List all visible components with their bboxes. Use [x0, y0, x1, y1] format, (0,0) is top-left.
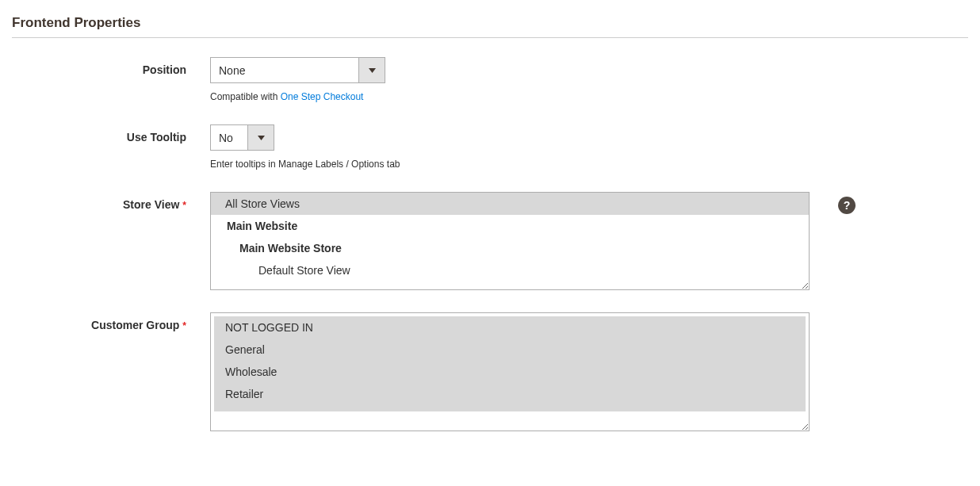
customer-group-label: Customer Group* [12, 312, 210, 331]
frontend-properties-section: Frontend Properties Position None Compat… [12, 0, 968, 431]
customer-group-option-general[interactable]: General [214, 339, 806, 361]
chevron-down-icon [369, 68, 376, 73]
use-tooltip-note: Enter tooltips in Manage Labels / Option… [210, 159, 821, 170]
required-asterisk: * [182, 200, 186, 211]
customer-group-option-wholesale[interactable]: Wholesale [214, 361, 806, 383]
required-asterisk: * [182, 320, 186, 331]
store-view-option-main-website-store[interactable]: Main Website Store [211, 237, 809, 259]
chevron-down-icon [258, 136, 265, 140]
customer-group-multiselect[interactable]: NOT LOGGED IN General Wholesale Retailer [210, 312, 810, 431]
section-title: Frontend Properties [12, 0, 968, 38]
customer-group-label-text: Customer Group [91, 319, 179, 331]
position-select[interactable]: None [210, 57, 385, 83]
help-icon[interactable]: ? [838, 197, 856, 214]
customer-group-option-not-logged-in[interactable]: NOT LOGGED IN [214, 316, 806, 339]
position-dropdown-button[interactable] [358, 58, 385, 82]
position-label: Position [12, 57, 210, 76]
position-field: Position None Compatible with One Step C… [12, 57, 968, 102]
customer-group-option-retailer[interactable]: Retailer [214, 383, 806, 405]
store-view-label-text: Store View [123, 198, 179, 211]
use-tooltip-label: Use Tooltip [12, 124, 210, 144]
position-note-text: Compatible with [210, 91, 281, 102]
use-tooltip-value: No [211, 125, 247, 150]
use-tooltip-select[interactable]: No [210, 124, 274, 151]
store-view-option-default-store-view[interactable]: Default Store View [211, 259, 809, 281]
store-view-label: Store View* [12, 192, 210, 211]
position-value: None [211, 58, 358, 82]
store-view-option-main-website[interactable]: Main Website [211, 215, 809, 237]
store-view-multiselect[interactable]: All Store Views Main Website Main Websit… [210, 192, 810, 290]
customer-group-field: Customer Group* NOT LOGGED IN General Wh… [12, 312, 968, 431]
store-view-field: Store View* All Store Views Main Website… [12, 192, 968, 290]
use-tooltip-field: Use Tooltip No Enter tooltips in Manage … [12, 124, 968, 170]
use-tooltip-dropdown-button[interactable] [247, 125, 274, 150]
store-view-option-all[interactable]: All Store Views [211, 193, 809, 215]
one-step-checkout-link[interactable]: One Step Checkout [281, 91, 364, 102]
position-note: Compatible with One Step Checkout [210, 91, 821, 102]
